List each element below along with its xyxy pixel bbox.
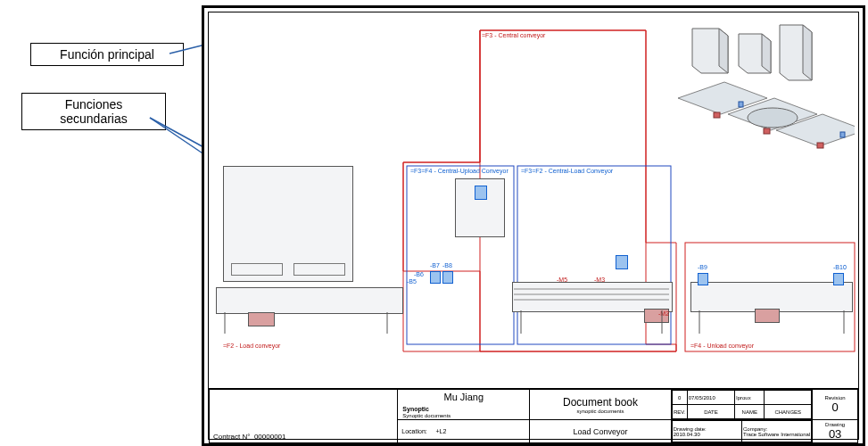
- ddate: 2010.04.30: [674, 432, 700, 437]
- svg-rect-18: [817, 143, 823, 148]
- subsection: Synoptic documents: [402, 413, 451, 418]
- page-name: Load Conveyor: [530, 420, 672, 443]
- rev-num: 0: [672, 391, 687, 405]
- svg-rect-20: [840, 132, 845, 137]
- rev-val: 0: [814, 401, 856, 414]
- location-lbl: Location:: [401, 428, 426, 434]
- svg-rect-16: [714, 112, 720, 118]
- revcol-date: DATE: [687, 405, 735, 419]
- revcol-changes: CHANGES: [765, 405, 812, 419]
- rev-date: 07/05/2010: [687, 391, 735, 405]
- section: Synoptic: [402, 406, 429, 412]
- draw-val: 03: [814, 427, 856, 441]
- title-block: Contract N° 00000001 Mu Jiang Synoptic S…: [209, 388, 858, 439]
- svg-rect-17: [764, 128, 770, 134]
- revcol-rev: REV.: [672, 405, 687, 419]
- svg-rect-19: [739, 102, 743, 107]
- revcol-name: NAME: [735, 405, 765, 419]
- svg-point-15: [748, 108, 798, 128]
- callout-arrows: [0, 0, 232, 223]
- drawing-sheet: =F3 - Central conveyor =F3=F4 - Central-…: [202, 5, 865, 446]
- author: Mu Jiang: [399, 392, 528, 402]
- iso-preview: [676, 21, 855, 155]
- contract-no: 00000001: [254, 433, 286, 441]
- rev-name: lproux: [735, 391, 765, 405]
- doc-title: Document book: [531, 396, 670, 409]
- doc-sub: synoptic documents: [531, 409, 670, 414]
- contract-lbl: Contract N°: [213, 433, 250, 441]
- location: +L2: [435, 428, 446, 434]
- company: Trace Software International: [743, 432, 810, 437]
